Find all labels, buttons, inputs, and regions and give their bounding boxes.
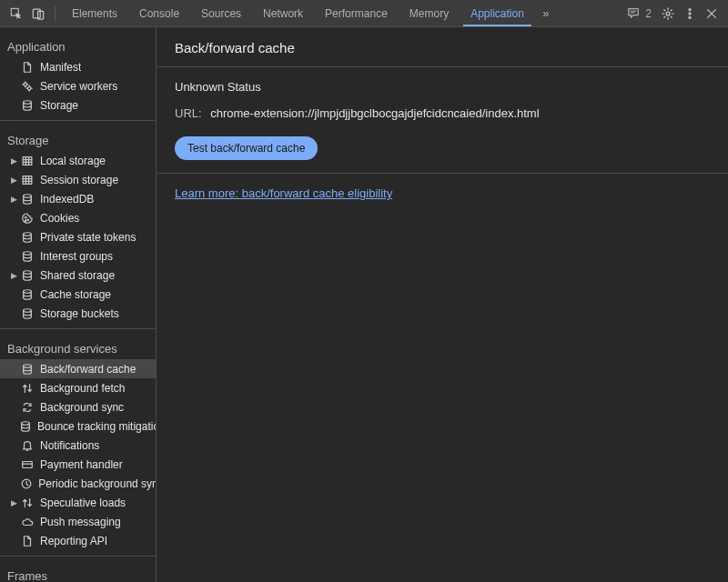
cookie-icon [20, 211, 35, 226]
svg-rect-1 [33, 9, 40, 18]
sidebar-item-periodic-background-sync[interactable]: ▶Periodic background sync [0, 474, 156, 493]
sidebar-item-label: Periodic background sync [38, 477, 156, 490]
chat-icon [627, 6, 642, 21]
disclosure-triangle-icon[interactable]: ▶ [9, 156, 18, 166]
disclosure-triangle-icon[interactable]: ▶ [9, 195, 18, 204]
sidebar-item-storage[interactable]: ▶Storage [0, 95, 156, 115]
svg-point-6 [689, 16, 691, 18]
sidebar-item-cache-storage[interactable]: ▶Cache storage [0, 285, 156, 304]
db-icon [20, 98, 35, 113]
url-line: URL: chrome-extension://jlmpjdjjbgclbocg… [175, 106, 710, 120]
url-value: chrome-extension://jlmpjdjjbgclbocgajdje… [210, 106, 539, 120]
svg-point-15 [25, 219, 26, 220]
panel-tabs: ElementsConsoleSourcesNetworkPerformance… [61, 0, 535, 26]
svg-point-5 [689, 12, 691, 14]
db-icon [20, 287, 35, 302]
svg-point-21 [24, 364, 32, 367]
sidebar-item-label: Back/forward cache [40, 363, 136, 376]
sidebar-item-bounce-tracking-mitigations[interactable]: ▶Bounce tracking mitigations [0, 416, 156, 436]
sidebar-item-label: IndexedDB [40, 193, 94, 206]
sidebar-item-push-messaging[interactable]: ▶Push messaging [0, 512, 156, 531]
inspect-icon[interactable] [5, 3, 27, 25]
disclosure-triangle-icon[interactable]: ▶ [9, 498, 18, 507]
svg-point-22 [22, 421, 30, 425]
sidebar-item-label: Cache storage [40, 288, 111, 301]
disclosure-triangle-icon[interactable]: ▶ [9, 176, 18, 185]
tab-elements[interactable]: Elements [61, 0, 128, 26]
settings-gear-icon[interactable] [657, 3, 679, 25]
sidebar-item-private-state-tokens[interactable]: ▶Private state tokens [0, 227, 156, 246]
bell-icon [20, 438, 35, 453]
tab-sources[interactable]: Sources [190, 0, 252, 26]
sidebar-item-background-fetch[interactable]: ▶Background fetch [0, 378, 156, 397]
svg-rect-11 [23, 176, 32, 184]
svg-point-19 [24, 289, 32, 293]
sidebar-section-header: Storage [0, 126, 156, 151]
overflow-tabs-button[interactable]: » [535, 3, 557, 25]
sidebar-item-label: Interest groups [40, 250, 113, 263]
sidebar-item-background-sync[interactable]: ▶Background sync [0, 397, 156, 416]
db-icon [20, 362, 35, 376]
sidebar-item-label: Storage [40, 99, 78, 112]
sidebar-item-session-storage[interactable]: ▶Session storage [0, 170, 156, 189]
card-icon [20, 457, 35, 472]
sidebar-item-label: Background sync [40, 401, 124, 414]
page-title: Back/forward cache [157, 27, 728, 67]
sidebar-separator [0, 120, 156, 121]
tabbar-divider [55, 6, 56, 21]
tab-memory[interactable]: Memory [399, 0, 460, 26]
sidebar-item-payment-handler[interactable]: ▶Payment handler [0, 455, 156, 474]
sidebar-item-label: Local storage [40, 155, 106, 167]
test-bfcache-button[interactable]: Test back/forward cache [175, 136, 318, 160]
sidebar-item-label: Push messaging [40, 516, 121, 528]
sync-icon [20, 400, 35, 415]
sidebar-item-service-workers[interactable]: ▶Service workers [0, 76, 156, 95]
url-label: URL: [175, 106, 202, 120]
sidebar-item-interest-groups[interactable]: ▶Interest groups [0, 246, 156, 266]
sidebar-item-cookies[interactable]: ▶Cookies [0, 208, 156, 227]
learn-more-link[interactable]: Learn more: back/forward cache eligibili… [175, 186, 392, 200]
content-pane: Back/forward cache Unknown Status URL: c… [157, 27, 728, 582]
sidebar-item-shared-storage[interactable]: ▶Shared storage [0, 266, 156, 285]
sidebar-separator [0, 556, 156, 557]
db-icon [20, 192, 35, 206]
updown-icon [20, 381, 35, 396]
tab-console[interactable]: Console [128, 0, 190, 26]
sidebar-section-header: Application [0, 33, 156, 57]
sidebar-item-manifest[interactable]: ▶Manifest [0, 57, 156, 76]
sidebar-item-back-forward-cache[interactable]: ▶Back/forward cache [0, 359, 156, 378]
sidebar-item-local-storage[interactable]: ▶Local storage [0, 151, 156, 170]
console-message-count[interactable]: 2 [622, 6, 657, 21]
message-count-value: 2 [645, 7, 652, 20]
tab-network[interactable]: Network [252, 0, 314, 26]
sidebar-item-storage-buckets[interactable]: ▶Storage buckets [0, 304, 156, 323]
device-toolbar-icon[interactable] [27, 3, 49, 25]
svg-point-8 [27, 86, 31, 90]
sidebar-item-label: Cookies [40, 212, 79, 225]
tab-performance[interactable]: Performance [314, 0, 399, 26]
sidebar-item-label: Storage buckets [40, 307, 119, 320]
sidebar-item-label: Background fetch [40, 382, 125, 395]
grid-icon [20, 154, 35, 168]
sidebar-item-speculative-loads[interactable]: ▶Speculative loads [0, 493, 156, 512]
close-devtools-icon[interactable] [701, 3, 723, 25]
grid-icon [20, 173, 35, 187]
svg-point-20 [24, 308, 32, 312]
more-options-icon[interactable] [679, 3, 701, 25]
disclosure-triangle-icon[interactable]: ▶ [9, 271, 18, 280]
sidebar-item-label: Service workers [40, 80, 117, 93]
devtools-tabbar: ElementsConsoleSourcesNetworkPerformance… [0, 0, 728, 27]
svg-rect-10 [23, 156, 32, 165]
tab-application[interactable]: Application [460, 0, 535, 26]
sidebar-item-notifications[interactable]: ▶Notifications [0, 436, 156, 455]
status-text: Unknown Status [175, 80, 710, 94]
svg-point-3 [666, 12, 670, 15]
sidebar-item-label: Shared storage [40, 269, 115, 282]
db-icon [20, 249, 35, 264]
sidebar-item-label: Manifest [40, 61, 81, 74]
sidebar-item-reporting-api[interactable]: ▶Reporting API [0, 531, 156, 550]
sidebar-item-indexeddb[interactable]: ▶IndexedDB [0, 189, 156, 208]
sidebar-section-header: Frames [0, 562, 156, 582]
file-icon [20, 60, 35, 75]
db-icon [20, 306, 35, 321]
